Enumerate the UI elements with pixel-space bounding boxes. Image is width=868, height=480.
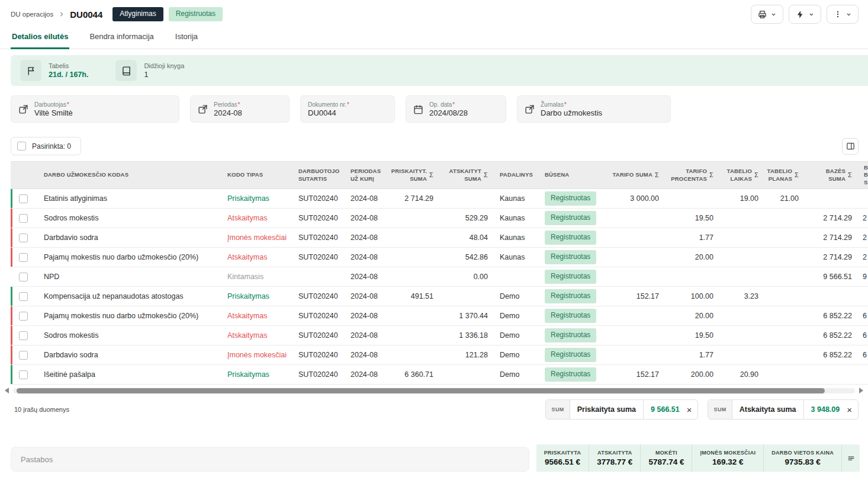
column-header-tariff_sum[interactable]: TARIFO SUMAΣ (603, 162, 665, 189)
cell-select (11, 365, 38, 385)
cell-timesheet_time: 19.00 (719, 189, 764, 209)
scrollbar-track[interactable] (13, 388, 855, 393)
open-record-icon[interactable] (18, 104, 28, 114)
calendar-icon[interactable] (413, 104, 423, 114)
sum-icon[interactable]: Σ (484, 171, 488, 179)
cell-status: Registruotas (539, 345, 603, 365)
row-checkbox[interactable] (19, 194, 28, 203)
cell-timesheet_time (719, 209, 764, 228)
payroll-document-page: DU operacijos DU0044 Atlyginimas Registr… (0, 0, 868, 480)
tab-detalios-eilutes[interactable]: Detalios eilutės (11, 26, 69, 49)
table-row[interactable]: Pajamų mokestis nuo darbo užmokesčio (20… (11, 248, 868, 267)
column-label: DARBO UŽMOKESČIO KODAS (44, 171, 128, 178)
notes-box[interactable] (11, 447, 529, 472)
table-row[interactable]: Kompensacija už nepanaudotas atostogasPr… (11, 287, 868, 306)
row-checkbox[interactable] (19, 312, 28, 321)
table-row[interactable]: Darbdavio sodraĮmonės mokesčiaiSUT020240… (11, 228, 868, 248)
scroll-left-arrow[interactable] (5, 388, 9, 393)
table-row[interactable]: Darbdavio sodraĮmonės mokesčiaiSUT020240… (11, 345, 868, 365)
table-row[interactable]: Sodros mokestisAtskaitymasSUT0202402024-… (11, 326, 868, 345)
sum-icon[interactable]: Σ (795, 171, 799, 179)
tab-istorija[interactable]: Istorija (174, 26, 199, 49)
totals-menu-icon[interactable] (842, 444, 860, 472)
select-all-checkbox[interactable] (17, 142, 26, 151)
selection-box[interactable]: Pasirinkta: 0 (11, 137, 81, 155)
ledger-info[interactable]: Didžioji knyga 1 (115, 60, 184, 81)
notes-input[interactable] (20, 455, 520, 465)
cell-base_sum_2: 6 (858, 345, 868, 365)
row-checkbox[interactable] (19, 214, 28, 223)
records-count-label: 10 įrašų duomenys (14, 406, 69, 413)
column-header-timesheet_time[interactable]: TABELIO LAIKASΣ (719, 162, 764, 189)
row-checkbox[interactable] (19, 253, 28, 262)
row-checkbox[interactable] (19, 292, 28, 301)
field-dokumento-nr[interactable]: Dokumento nr.* DU0044 (300, 95, 395, 123)
table-row[interactable]: Sodros mokestisAtskaitymasSUT0202402024-… (11, 209, 868, 228)
breadcrumb-parent[interactable]: DU operacijos (11, 11, 53, 18)
sum-icon[interactable]: Σ (709, 171, 713, 179)
scroll-right-arrow[interactable] (859, 388, 863, 393)
column-settings-button[interactable] (842, 138, 859, 155)
column-header-type[interactable]: KODO TIPAS (221, 162, 292, 189)
sum-tag: SUM (546, 400, 570, 419)
row-checkbox[interactable] (19, 351, 28, 360)
column-label: BŪSENA (545, 171, 569, 178)
column-label: TABELIO PLANAS (767, 168, 792, 183)
cell-contract: SUT020240 (292, 287, 345, 306)
field-op-data[interactable]: Op. data* 2024/08/28 (406, 95, 506, 123)
column-header-deducted[interactable]: ATSKAITYT SUMAΣ (439, 162, 494, 189)
cell-status: Registruotas (539, 287, 603, 306)
table-row[interactable]: Etatinis atlyginimasPriskaitymasSUT02024… (11, 189, 868, 209)
timesheet-info[interactable]: Tabelis 21d. / 167h. (20, 60, 88, 81)
column-header-accrued[interactable]: PRISKAITYT. SUMAΣ (388, 162, 439, 189)
field-darbuotojas[interactable]: Darbuotojas* Viltė Smiltė (11, 95, 179, 123)
table-row[interactable]: Išeitinė pašalpaPriskaitymasSUT020240202… (11, 365, 868, 385)
cell-status: Registruotas (539, 209, 603, 228)
column-header-code[interactable]: DARBO UŽMOKESČIO KODAS (38, 162, 221, 189)
print-button[interactable] (751, 5, 783, 24)
row-checkbox[interactable] (19, 233, 28, 242)
sum-icon[interactable]: Σ (754, 171, 758, 179)
status-badge: Registruotas (545, 191, 596, 205)
sum-icon[interactable]: Σ (848, 171, 852, 179)
row-checkbox[interactable] (19, 273, 28, 281)
column-header-contract[interactable]: DARBUOTOJO SUTARTIS (292, 162, 345, 189)
close-icon[interactable]: × (684, 405, 698, 414)
open-record-icon[interactable] (198, 104, 208, 114)
column-header-base_sum_2[interactable]: BA BR SU (858, 162, 868, 189)
workflow-button[interactable] (789, 5, 821, 24)
summary-infobar: Tabelis 21d. / 167h. Didžioji knyga 1 (11, 55, 868, 86)
row-checkbox[interactable] (19, 370, 28, 379)
cell-department: Demo (494, 306, 539, 326)
field-zurnalas[interactable]: Žurnalas* Darbo užmokestis (517, 95, 671, 123)
column-header-base_sum[interactable]: BAZĖS SUMAΣ (805, 162, 858, 189)
cell-tariff_percent (665, 189, 719, 209)
open-record-icon[interactable] (525, 104, 535, 114)
column-header-status[interactable]: BŪSENA (539, 162, 603, 189)
status-badge: Registruotas (545, 289, 596, 303)
scrollbar-thumb[interactable] (17, 388, 825, 393)
cell-type: Atskaitymas (221, 209, 292, 228)
row-checkbox[interactable] (19, 331, 28, 340)
cell-deducted: 121.28 (439, 345, 494, 365)
column-header-period[interactable]: PERIODAS UŽ KURĮ (345, 162, 388, 189)
row-color-indicator (11, 326, 12, 345)
table-row[interactable]: NPDKintamasis2024-080.00Registruotas9 56… (11, 267, 868, 287)
status-badge: Registruotas (545, 211, 596, 225)
sum-icon[interactable]: Σ (429, 171, 433, 179)
column-header-timesheet_plan[interactable]: TABELIO PLANASΣ (764, 162, 805, 189)
field-periodas[interactable]: Periodas* 2024-08 (190, 95, 290, 123)
table-row[interactable]: Pajamų mokestis nuo darbo užmokesčio (20… (11, 306, 868, 326)
column-header-tariff_percent[interactable]: TARIFO PROCENTASΣ (665, 162, 719, 189)
tab-bendra-informacija[interactable]: Bendra informacija (88, 26, 155, 49)
more-actions-button[interactable] (827, 5, 859, 24)
cell-base_sum: 6 852.22 (805, 345, 858, 365)
sum-icon[interactable]: Σ (655, 171, 659, 179)
close-icon[interactable]: × (844, 405, 858, 414)
column-label: TABELIO LAIKAS (725, 168, 752, 183)
cell-code: Kompensacija už nepanaudotas atostogas (38, 287, 221, 306)
total-value: 5787.74 € (648, 457, 684, 466)
cell-status: Registruotas (539, 248, 603, 267)
cell-tariff_percent: 1.77 (665, 345, 719, 365)
column-header-department[interactable]: PADALINYS (494, 162, 539, 189)
